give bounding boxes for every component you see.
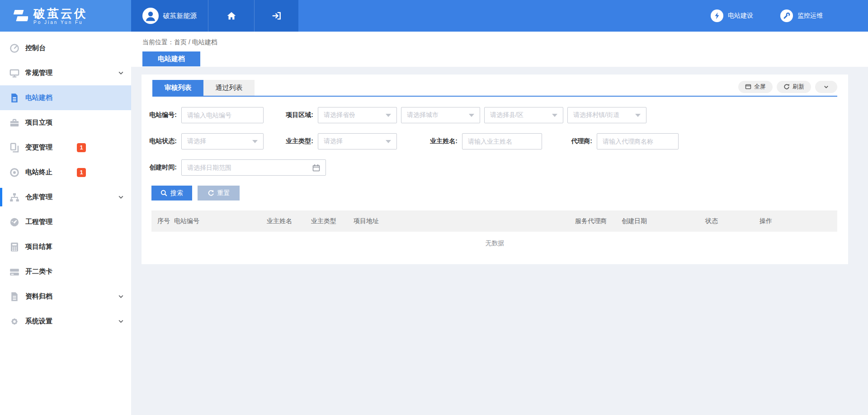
brand-logo: 破茧云伏 Po Jian Yun Fu bbox=[0, 0, 131, 32]
city-select[interactable]: 请选择城市 bbox=[401, 107, 480, 123]
avatar-icon bbox=[142, 8, 159, 24]
col-created-date: 创建日期 bbox=[622, 217, 705, 225]
calculator-icon bbox=[9, 242, 20, 252]
col-project-address: 项目地址 bbox=[354, 217, 575, 225]
sidebar-item-project-initiation[interactable]: 项目立项 bbox=[0, 110, 131, 135]
sidebar-item-open-class2-card[interactable]: 开二类卡 bbox=[0, 259, 131, 284]
breadcrumb: 当前位置：首页 / 电站建档 bbox=[142, 32, 868, 47]
brand-title: 破茧云伏 bbox=[33, 7, 88, 20]
sidebar-item-change-mgmt[interactable]: 变更管理 1 bbox=[0, 135, 131, 160]
pages-icon bbox=[9, 142, 20, 153]
station-no-input[interactable] bbox=[181, 107, 264, 123]
sidebar-item-warehouse-mgmt[interactable]: 仓库管理 bbox=[0, 185, 131, 210]
tab-passed-list[interactable]: 通过列表 bbox=[203, 80, 255, 96]
caret-down-icon bbox=[469, 114, 474, 117]
col-owner-name: 业主姓名 bbox=[267, 217, 311, 225]
gear-icon bbox=[9, 316, 20, 327]
nav-station-build-label: 电站建设 bbox=[728, 12, 753, 20]
province-select[interactable]: 请选择省份 bbox=[318, 107, 397, 123]
refresh-button[interactable]: 刷新 bbox=[777, 81, 811, 93]
chevron-down-icon bbox=[118, 318, 124, 324]
col-service-agent: 服务代理商 bbox=[575, 217, 622, 225]
document-icon bbox=[9, 93, 20, 103]
chevron-down-icon bbox=[118, 194, 124, 200]
station-status-select[interactable]: 请选择 bbox=[181, 133, 264, 149]
chevron-down-icon bbox=[823, 84, 829, 90]
sidebar-item-project-settlement[interactable]: 项目结算 bbox=[0, 234, 131, 259]
list-panel: 审核列表 通过列表 全屏 刷新 电站编号: 项目区域: bbox=[142, 75, 848, 264]
filter-form: 电站编号: 项目区域: 请选择省份 请选择城市 请选择县/区 请选择村镇/街道 … bbox=[142, 107, 848, 176]
brand-subtitle: Po Jian Yun Fu bbox=[33, 20, 88, 25]
fullscreen-icon bbox=[745, 84, 751, 90]
nav-monitor-ops[interactable]: 监控运维 bbox=[780, 9, 823, 22]
caret-down-icon bbox=[386, 140, 391, 143]
user-menu[interactable]: 破茧新能源 bbox=[131, 0, 208, 32]
lightning-icon bbox=[711, 9, 723, 22]
target-icon bbox=[9, 167, 20, 178]
date-range-input[interactable] bbox=[187, 164, 312, 171]
briefcase-icon bbox=[9, 117, 20, 128]
change-mgmt-badge: 1 bbox=[77, 143, 86, 152]
sidebar-item-general-mgmt[interactable]: 常规管理 bbox=[0, 61, 131, 85]
owner-type-select[interactable]: 请选择 bbox=[318, 133, 397, 149]
agent-input[interactable] bbox=[597, 133, 679, 149]
tab-audit-list[interactable]: 审核列表 bbox=[152, 80, 203, 96]
caret-down-icon bbox=[252, 140, 258, 143]
caret-down-icon bbox=[552, 114, 557, 117]
station-status-label: 电站状态: bbox=[142, 137, 181, 145]
collapse-button[interactable] bbox=[815, 81, 837, 93]
monitor-icon bbox=[9, 68, 20, 79]
created-time-label: 创建时间: bbox=[142, 163, 181, 172]
brand-logo-icon bbox=[7, 8, 28, 24]
card-icon bbox=[9, 266, 20, 277]
owner-type-label: 业主类型: bbox=[264, 137, 318, 145]
search-icon bbox=[160, 190, 167, 196]
sidebar-item-station-archive[interactable]: 电站建档 bbox=[0, 85, 131, 110]
main-content: 当前位置：首页 / 电站建档 电站建档 审核列表 通过列表 全屏 刷新 bbox=[131, 32, 868, 415]
station-no-label: 电站编号: bbox=[142, 111, 181, 119]
sitemap-icon bbox=[9, 192, 20, 203]
owner-name-label: 业主姓名: bbox=[401, 137, 462, 145]
calendar-icon bbox=[312, 164, 320, 172]
col-status: 状态 bbox=[705, 217, 760, 225]
app-header: 破茧云伏 Po Jian Yun Fu 破茧新能源 bbox=[0, 0, 868, 32]
col-owner-type: 业主类型 bbox=[311, 217, 354, 225]
login-arrow-icon bbox=[272, 11, 282, 20]
nav-station-build[interactable]: 电站建设 bbox=[711, 9, 753, 22]
nav-monitor-ops-label: 监控运维 bbox=[797, 12, 823, 20]
refresh-icon bbox=[783, 84, 790, 90]
sidebar-item-engineering-mgmt[interactable]: 工程管理 bbox=[0, 210, 131, 234]
gauge-icon bbox=[9, 217, 20, 228]
table-header: 序号 电站编号 业主姓名 业主类型 项目地址 服务代理商 创建日期 状态 操作 bbox=[151, 210, 837, 232]
page-tab-station-archive[interactable]: 电站建档 bbox=[142, 51, 200, 66]
station-terminate-badge: 1 bbox=[77, 168, 86, 177]
caret-down-icon bbox=[635, 114, 641, 117]
fullscreen-button[interactable]: 全屏 bbox=[738, 81, 773, 93]
agent-label: 代理商: bbox=[542, 137, 597, 145]
date-range-picker[interactable] bbox=[181, 159, 326, 176]
owner-name-input[interactable] bbox=[462, 133, 542, 149]
reset-button[interactable]: 重置 bbox=[198, 186, 240, 201]
col-station-no: 电站编号 bbox=[174, 217, 267, 225]
county-select[interactable]: 请选择县/区 bbox=[484, 107, 563, 123]
archive-icon bbox=[9, 291, 20, 302]
logout-button[interactable] bbox=[254, 0, 298, 32]
home-icon bbox=[226, 11, 236, 20]
empty-state: 无数据 bbox=[142, 232, 848, 247]
chevron-down-icon bbox=[118, 294, 124, 299]
town-select[interactable]: 请选择村镇/街道 bbox=[567, 107, 646, 123]
chevron-down-icon bbox=[118, 70, 124, 76]
sidebar: 控制台 常规管理 电站建档 项目立项 变更 bbox=[0, 32, 131, 415]
col-actions: 操作 bbox=[760, 217, 837, 225]
dashboard-icon bbox=[9, 43, 20, 54]
sidebar-item-console[interactable]: 控制台 bbox=[0, 36, 131, 61]
sidebar-item-data-archive[interactable]: 资料归档 bbox=[0, 284, 131, 309]
wrench-icon bbox=[780, 9, 793, 22]
search-button[interactable]: 搜索 bbox=[151, 186, 192, 201]
region-label: 项目区域: bbox=[264, 111, 318, 119]
sidebar-item-system-settings[interactable]: 系统设置 bbox=[0, 309, 131, 334]
home-button[interactable] bbox=[208, 0, 254, 32]
caret-down-icon bbox=[386, 114, 391, 117]
org-name: 破茧新能源 bbox=[163, 12, 197, 20]
sidebar-item-station-terminate[interactable]: 电站终止 1 bbox=[0, 160, 131, 185]
